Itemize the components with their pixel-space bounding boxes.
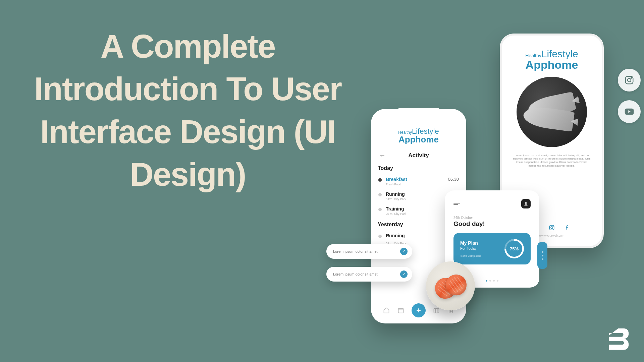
youtube-icon	[624, 106, 635, 117]
check-icon: ✓	[400, 248, 408, 255]
side-strip	[537, 242, 547, 269]
instagram-icon	[624, 75, 634, 85]
section-today: Today	[378, 165, 460, 171]
page-title: A Complete Introduction To User Interfac…	[7, 25, 369, 196]
activity-row[interactable]: Breakfast Fresh Food 06.30	[378, 174, 460, 189]
menu-icon[interactable]	[453, 203, 460, 205]
brand-big: Lifestyle	[541, 48, 578, 59]
activity-name: Breakfast	[386, 177, 444, 182]
plan-progress-text: 4 of 5 Completed	[460, 254, 481, 257]
plan-title: My Plan	[460, 240, 481, 246]
svg-point-5	[551, 227, 553, 229]
bullet-icon	[378, 235, 382, 238]
salmon-plate	[426, 261, 475, 310]
back-arrow-icon[interactable]: ←	[379, 152, 386, 159]
instagram-icon[interactable]	[549, 225, 555, 231]
bullet-icon	[378, 193, 382, 196]
pager-dots	[486, 280, 498, 282]
svg-rect-7	[398, 308, 403, 313]
add-button[interactable]: +	[412, 303, 426, 317]
description-text: Lorem ipsum dolor sit amet, consectetur …	[502, 154, 602, 168]
brand-logo-icon	[605, 326, 631, 352]
brand-app: Apphome	[378, 136, 460, 143]
greeting-text: Good day!	[453, 220, 531, 228]
brand-prefix: Healthy	[398, 130, 412, 135]
date-label: 24th October	[453, 216, 531, 220]
plan-box[interactable]: My Plan For Today 4 of 5 Completed 75%	[453, 233, 531, 264]
plan-subtitle: For Today	[460, 246, 481, 250]
toast-pill[interactable]: Lorem ipsum dolor sit amet ✓	[326, 244, 412, 259]
activity-name: Running	[386, 191, 444, 197]
svg-point-16	[450, 311, 451, 312]
svg-point-2	[631, 77, 632, 78]
fish-plate	[517, 77, 587, 147]
avatar-icon[interactable]	[521, 199, 531, 208]
toast-pill[interactable]: Lorem ipsum dolor sit amet ✓	[326, 267, 412, 282]
pill-text: Lorem ipsum dolor sit amet	[333, 249, 378, 253]
svg-point-6	[553, 226, 553, 227]
brand-logo: HealthyLifestyle Apphome	[502, 48, 602, 70]
svg-point-18	[525, 202, 527, 204]
brand-prefix: Healthy	[525, 53, 541, 58]
svg-rect-9	[434, 308, 439, 313]
grid-icon[interactable]	[433, 307, 440, 314]
progress-ring: 75%	[504, 239, 524, 258]
home-icon[interactable]	[383, 307, 390, 314]
activity-sub: Fresh Food	[386, 183, 444, 186]
brand-app: Apphome	[502, 60, 602, 70]
screen-title: Activity	[408, 152, 429, 159]
activity-sub: 5 km. City Park	[386, 197, 444, 201]
instagram-button[interactable]	[618, 69, 641, 92]
bullet-icon	[378, 208, 382, 211]
calendar-icon[interactable]	[397, 307, 405, 314]
svg-point-1	[628, 78, 631, 82]
social-float	[618, 69, 641, 123]
bullet-icon	[378, 178, 382, 182]
youtube-button[interactable]	[618, 100, 641, 123]
activity-time: 06.30	[448, 177, 459, 182]
pill-text: Lorem ipsum dolor sit amet	[333, 272, 378, 276]
facebook-icon[interactable]	[564, 225, 570, 231]
check-icon: ✓	[400, 270, 408, 278]
brand-logo: HealthyLifestyle Apphome	[378, 127, 460, 143]
progress-percent: 75%	[510, 246, 519, 251]
